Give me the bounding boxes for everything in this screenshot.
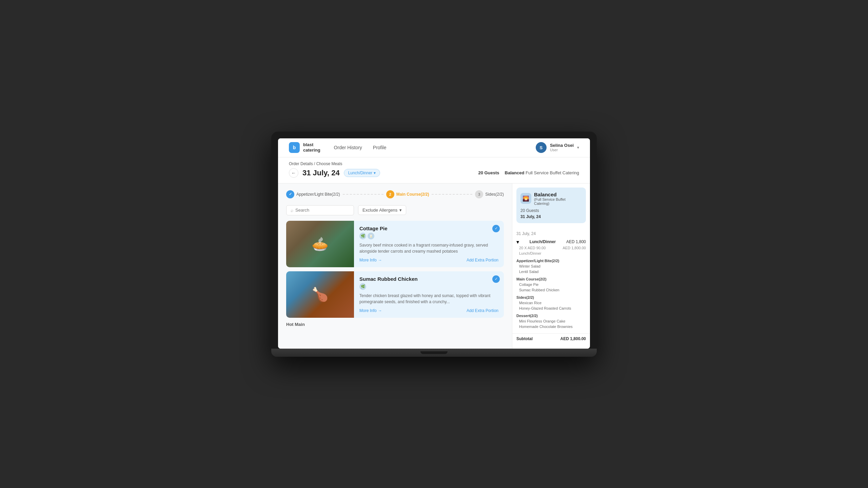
order-section-amount: AED 1,800 bbox=[566, 239, 586, 244]
step-3-circle: 3 bbox=[475, 190, 483, 198]
nav-order-history[interactable]: Order History bbox=[334, 143, 362, 152]
cottage-pie-image bbox=[286, 221, 354, 267]
order-item-sumac-chicken: Sumac Rubbed Chicken bbox=[516, 287, 586, 293]
sumac-chicken-more-info-link[interactable]: More Info → bbox=[359, 308, 382, 313]
summary-header: 🌄 Balanced (Full Service Buffet Catering… bbox=[520, 192, 582, 206]
subtotal-label: Subtotal bbox=[516, 336, 533, 341]
page-title: 31 July, 24 bbox=[302, 169, 340, 177]
summary-date: 31 July, 24 bbox=[520, 214, 582, 219]
sumac-more-info-arrow-icon: → bbox=[378, 308, 382, 313]
cottage-pie-description: Savory beef mince cooked in a fragrant r… bbox=[359, 242, 498, 254]
order-price-meal-type: Lunch/Dinner bbox=[516, 251, 586, 256]
cottage-pie-body: ✓ Cottage Pie 🌿 🥛 Savory beef mince cook… bbox=[354, 221, 504, 267]
subtotal-row: Subtotal AED 1,800.00 bbox=[512, 333, 590, 344]
order-item-winter-salad: Winter Salad bbox=[516, 263, 586, 269]
order-date: 31 July, 24 bbox=[516, 231, 586, 236]
cottage-pie-add-extra-button[interactable]: Add Extra Portion bbox=[467, 258, 498, 262]
more-info-arrow-icon: → bbox=[378, 258, 382, 262]
search-input[interactable] bbox=[295, 208, 350, 213]
meal-type-dropdown[interactable]: Lunch/Dinner ▾ bbox=[344, 169, 380, 177]
logo-area[interactable]: b blast catering bbox=[289, 142, 320, 153]
user-info: Selina Osei User bbox=[550, 143, 574, 153]
back-button[interactable]: ← bbox=[289, 168, 298, 178]
step-1: ✓ Appetizer/Light Bite(2/2) bbox=[286, 190, 340, 198]
order-section-header[interactable]: ▾ Lunch/Dinner AED 1,800 bbox=[516, 239, 586, 245]
sumac-chicken-add-extra-button[interactable]: Add Extra Portion bbox=[467, 308, 498, 313]
meal-type-chevron-icon: ▾ bbox=[374, 171, 376, 175]
order-category-main: Main Course(2/2) bbox=[516, 277, 586, 281]
logo-icon: b bbox=[289, 142, 300, 153]
catering-label: Balanced Full Service Buffet Catering bbox=[505, 170, 579, 175]
app-header: b blast catering Order History Profile S… bbox=[278, 138, 590, 157]
search-icon: ⌕ bbox=[291, 208, 293, 213]
cottage-pie-icon-1: 🌿 bbox=[359, 233, 366, 239]
cottage-pie-more-info-link[interactable]: More Info → bbox=[359, 258, 382, 262]
cottage-pie-icon-2: 🥛 bbox=[368, 233, 374, 239]
summary-title: Balanced bbox=[534, 192, 582, 197]
page-header: Order Details / Choose Meals ← 31 July, … bbox=[278, 157, 590, 183]
sumac-chicken-icon-1: 🌿 bbox=[359, 283, 366, 290]
cottage-pie-icons: 🌿 🥛 bbox=[359, 233, 498, 239]
steps-bar: ✓ Appetizer/Light Bite(2/2) 2 Main Cours… bbox=[286, 190, 504, 198]
sumac-chicken-check-badge: ✓ bbox=[492, 275, 500, 283]
search-filter-row: ⌕ Exclude Allergens ▾ bbox=[286, 205, 504, 215]
user-menu-chevron-icon: ▾ bbox=[577, 145, 579, 150]
brand-name: blast catering bbox=[303, 142, 320, 153]
summary-guests: 20 Guests bbox=[520, 208, 582, 213]
order-item-mexican-rice: Mexican Rice bbox=[516, 300, 586, 306]
cottage-pie-footer: More Info → Add Extra Portion bbox=[359, 258, 498, 262]
user-role: User bbox=[550, 148, 574, 152]
nav-links: Order History Profile bbox=[334, 143, 536, 152]
sumac-chicken-body: ✓ Sumac Rubbed Chicken 🌿 Tender chicken … bbox=[354, 271, 504, 318]
allergen-dropdown[interactable]: Exclude Allergens ▾ bbox=[358, 205, 406, 215]
sumac-chicken-image bbox=[286, 271, 354, 318]
user-name: Selina Osei bbox=[550, 143, 574, 148]
cottage-pie-title: Cottage Pie bbox=[359, 226, 498, 231]
order-item-orange-cake: Mini Flourless Orange Cake bbox=[516, 318, 586, 324]
search-box[interactable]: ⌕ bbox=[286, 205, 354, 215]
order-category-appetizer: Appetizer/Light Bite(2/2) bbox=[516, 259, 586, 263]
step-1-label: Appetizer/Light Bite(2/2) bbox=[296, 192, 340, 197]
title-right: 20 Guests Balanced Full Service Buffet C… bbox=[478, 170, 579, 175]
order-category-dessert: Dessert(2/2) bbox=[516, 314, 586, 318]
nav-profile[interactable]: Profile bbox=[373, 143, 387, 152]
user-avatar: S bbox=[536, 142, 547, 153]
main-content: ✓ Appetizer/Light Bite(2/2) 2 Main Cours… bbox=[278, 183, 590, 349]
order-section-title: Lunch/Dinner bbox=[530, 239, 556, 244]
summary-icon: 🌄 bbox=[520, 193, 531, 204]
step-1-circle: ✓ bbox=[286, 190, 294, 198]
sumac-chicken-title: Sumac Rubbed Chicken bbox=[359, 276, 498, 282]
sumac-chicken-icons: 🌿 bbox=[359, 283, 498, 290]
order-category-sides: Sides(2/2) bbox=[516, 295, 586, 299]
left-panel: ✓ Appetizer/Light Bite(2/2) 2 Main Cours… bbox=[278, 183, 512, 349]
step-divider-1 bbox=[343, 194, 383, 195]
order-summary-card: 🌄 Balanced (Full Service Buffet Catering… bbox=[516, 188, 586, 223]
sumac-chicken-footer: More Info → Add Extra Portion bbox=[359, 308, 498, 313]
order-item-cottage-pie: Cottage Pie bbox=[516, 282, 586, 287]
order-item-roasted-carrots: Honey-Glazed Roasted Carrots bbox=[516, 306, 586, 311]
order-section-collapse-icon: ▾ bbox=[516, 239, 519, 245]
right-panel: 🌄 Balanced (Full Service Buffet Catering… bbox=[512, 183, 590, 349]
order-section-lunch-dinner: ▾ Lunch/Dinner AED 1,800 20 X AED 90.00 … bbox=[516, 239, 586, 256]
allergen-dropdown-arrow-icon: ▾ bbox=[399, 208, 402, 213]
step-3-label: Sides(2/2) bbox=[485, 192, 504, 197]
step-divider-2 bbox=[432, 194, 472, 195]
step-3: 3 Sides(2/2) bbox=[475, 190, 504, 198]
order-item-lentil-salad: Lentil Salad bbox=[516, 269, 586, 274]
guests-badge: 20 Guests bbox=[478, 170, 499, 175]
step-2-label: Main Course(2/2) bbox=[396, 192, 429, 197]
order-price-row: 20 X AED 90.00 AED 1,800.00 bbox=[516, 245, 586, 251]
summary-subtitle: (Full Service Buffet Catering) bbox=[534, 197, 582, 206]
meal-card-cottage-pie: ✓ Cottage Pie 🌿 🥛 Savory beef mince cook… bbox=[286, 221, 504, 267]
subtotal-amount: AED 1,800.00 bbox=[560, 336, 586, 341]
order-item-chocolate-brownies: Homemade Chocolate Brownies bbox=[516, 324, 586, 329]
user-menu[interactable]: S Selina Osei User ▾ bbox=[536, 142, 579, 153]
sumac-chicken-description: Tender chicken breast glazed with honey … bbox=[359, 293, 498, 305]
step-2: 2 Main Course(2/2) bbox=[386, 190, 429, 198]
cottage-pie-check-badge: ✓ bbox=[492, 225, 500, 232]
step-2-circle: 2 bbox=[386, 190, 394, 198]
meal-card-sumac-chicken: ✓ Sumac Rubbed Chicken 🌿 Tender chicken … bbox=[286, 271, 504, 318]
order-details: 31 July, 24 ▾ Lunch/Dinner AED 1,800 20 … bbox=[512, 227, 590, 333]
breadcrumb: Order Details / Choose Meals bbox=[289, 161, 579, 166]
section-label-hot-main: Hot Main bbox=[286, 322, 504, 327]
